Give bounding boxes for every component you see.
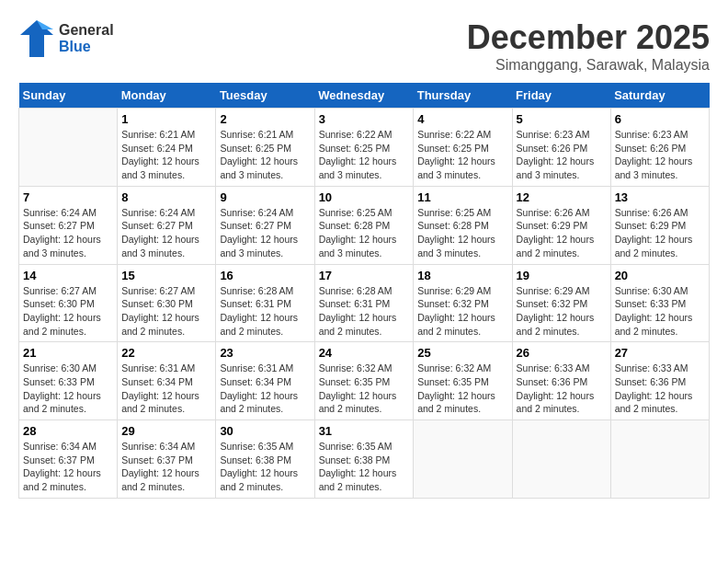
- calendar-week-row: 7Sunrise: 6:24 AM Sunset: 6:27 PM Daylig…: [19, 186, 710, 264]
- calendar-cell: 10Sunrise: 6:25 AM Sunset: 6:28 PM Dayli…: [314, 186, 414, 264]
- calendar-cell: 4Sunrise: 6:22 AM Sunset: 6:25 PM Daylig…: [414, 109, 512, 187]
- day-number: 7: [23, 190, 113, 204]
- day-header-wednesday: Wednesday: [314, 83, 414, 109]
- day-number: 28: [23, 424, 113, 438]
- day-info: Sunrise: 6:35 AM Sunset: 6:38 PM Dayligh…: [220, 440, 310, 494]
- logo: General Blue: [18, 18, 114, 59]
- day-number: 10: [319, 190, 410, 204]
- calendar-cell: 27Sunrise: 6:33 AM Sunset: 6:36 PM Dayli…: [610, 342, 709, 420]
- day-number: 8: [121, 190, 211, 204]
- calendar-cell: 5Sunrise: 6:23 AM Sunset: 6:26 PM Daylig…: [512, 109, 610, 187]
- calendar-week-row: 1Sunrise: 6:21 AM Sunset: 6:24 PM Daylig…: [19, 109, 710, 187]
- day-info: Sunrise: 6:24 AM Sunset: 6:27 PM Dayligh…: [23, 206, 113, 260]
- calendar-cell: 16Sunrise: 6:28 AM Sunset: 6:31 PM Dayli…: [216, 264, 314, 342]
- calendar-cell: 2Sunrise: 6:21 AM Sunset: 6:25 PM Daylig…: [216, 109, 314, 187]
- svg-marker-0: [20, 20, 53, 57]
- logo-general-text: General: [59, 22, 114, 39]
- page-header: General Blue December 2025 Simanggang, S…: [18, 18, 710, 74]
- calendar-table: SundayMondayTuesdayWednesdayThursdayFrid…: [18, 83, 710, 499]
- calendar-cell: 30Sunrise: 6:35 AM Sunset: 6:38 PM Dayli…: [216, 420, 314, 499]
- day-info: Sunrise: 6:34 AM Sunset: 6:37 PM Dayligh…: [23, 440, 113, 494]
- day-info: Sunrise: 6:21 AM Sunset: 6:24 PM Dayligh…: [121, 128, 211, 182]
- day-number: 25: [417, 346, 507, 360]
- day-info: Sunrise: 6:32 AM Sunset: 6:35 PM Dayligh…: [417, 362, 507, 416]
- calendar-cell: 18Sunrise: 6:29 AM Sunset: 6:32 PM Dayli…: [414, 264, 512, 342]
- day-info: Sunrise: 6:24 AM Sunset: 6:27 PM Dayligh…: [220, 206, 310, 260]
- calendar-cell: 11Sunrise: 6:25 AM Sunset: 6:28 PM Dayli…: [414, 186, 512, 264]
- calendar-week-row: 21Sunrise: 6:30 AM Sunset: 6:33 PM Dayli…: [19, 342, 710, 420]
- day-number: 16: [220, 269, 310, 282]
- calendar-cell: 17Sunrise: 6:28 AM Sunset: 6:31 PM Dayli…: [314, 264, 414, 342]
- calendar-cell: 19Sunrise: 6:29 AM Sunset: 6:32 PM Dayli…: [512, 264, 610, 342]
- title-block: December 2025 Simanggang, Sarawak, Malay…: [467, 18, 710, 74]
- day-number: 6: [615, 112, 705, 126]
- day-number: 15: [121, 269, 211, 282]
- day-info: Sunrise: 6:23 AM Sunset: 6:26 PM Dayligh…: [615, 128, 705, 182]
- day-info: Sunrise: 6:32 AM Sunset: 6:35 PM Dayligh…: [319, 362, 410, 416]
- calendar-cell: 6Sunrise: 6:23 AM Sunset: 6:26 PM Daylig…: [610, 109, 709, 187]
- day-number: 12: [517, 190, 607, 204]
- day-info: Sunrise: 6:22 AM Sunset: 6:25 PM Dayligh…: [417, 128, 507, 182]
- calendar-cell: 1Sunrise: 6:21 AM Sunset: 6:24 PM Daylig…: [118, 109, 216, 187]
- day-header-thursday: Thursday: [414, 83, 512, 109]
- day-info: Sunrise: 6:35 AM Sunset: 6:38 PM Dayligh…: [319, 440, 410, 494]
- day-number: 9: [220, 190, 310, 204]
- day-number: 27: [615, 346, 705, 360]
- day-header-tuesday: Tuesday: [216, 83, 314, 109]
- calendar-cell: 7Sunrise: 6:24 AM Sunset: 6:27 PM Daylig…: [19, 186, 118, 264]
- calendar-cell: 8Sunrise: 6:24 AM Sunset: 6:27 PM Daylig…: [118, 186, 216, 264]
- day-header-friday: Friday: [512, 83, 610, 109]
- calendar-cell: 26Sunrise: 6:33 AM Sunset: 6:36 PM Dayli…: [512, 342, 610, 420]
- day-number: 3: [319, 112, 410, 126]
- day-info: Sunrise: 6:31 AM Sunset: 6:34 PM Dayligh…: [121, 362, 211, 416]
- day-number: 20: [615, 269, 705, 282]
- day-info: Sunrise: 6:28 AM Sunset: 6:31 PM Dayligh…: [319, 284, 410, 339]
- day-info: Sunrise: 6:25 AM Sunset: 6:28 PM Dayligh…: [417, 206, 507, 260]
- calendar-cell: 14Sunrise: 6:27 AM Sunset: 6:30 PM Dayli…: [19, 264, 118, 342]
- day-info: Sunrise: 6:24 AM Sunset: 6:27 PM Dayligh…: [121, 206, 211, 260]
- calendar-header-row: SundayMondayTuesdayWednesdayThursdayFrid…: [19, 83, 710, 109]
- day-number: 14: [23, 269, 113, 282]
- day-number: 2: [220, 112, 310, 126]
- day-number: 11: [417, 190, 507, 204]
- day-number: 23: [220, 346, 310, 360]
- day-info: Sunrise: 6:25 AM Sunset: 6:28 PM Dayligh…: [319, 206, 410, 260]
- day-header-sunday: Sunday: [19, 83, 118, 109]
- day-info: Sunrise: 6:27 AM Sunset: 6:30 PM Dayligh…: [121, 284, 211, 339]
- day-info: Sunrise: 6:27 AM Sunset: 6:30 PM Dayligh…: [23, 284, 113, 339]
- month-title: December 2025: [467, 18, 710, 57]
- calendar-cell: 22Sunrise: 6:31 AM Sunset: 6:34 PM Dayli…: [118, 342, 216, 420]
- day-info: Sunrise: 6:28 AM Sunset: 6:31 PM Dayligh…: [220, 284, 310, 339]
- calendar-cell: 21Sunrise: 6:30 AM Sunset: 6:33 PM Dayli…: [19, 342, 118, 420]
- calendar-cell: 23Sunrise: 6:31 AM Sunset: 6:34 PM Dayli…: [216, 342, 314, 420]
- day-number: 29: [121, 424, 211, 438]
- day-info: Sunrise: 6:30 AM Sunset: 6:33 PM Dayligh…: [615, 284, 705, 339]
- day-info: Sunrise: 6:22 AM Sunset: 6:25 PM Dayligh…: [319, 128, 410, 182]
- day-number: 24: [319, 346, 410, 360]
- day-number: 13: [615, 190, 705, 204]
- day-number: 5: [517, 112, 607, 126]
- day-info: Sunrise: 6:33 AM Sunset: 6:36 PM Dayligh…: [517, 362, 607, 416]
- day-number: 21: [23, 346, 113, 360]
- day-number: 31: [319, 424, 410, 438]
- calendar-cell: 15Sunrise: 6:27 AM Sunset: 6:30 PM Dayli…: [118, 264, 216, 342]
- calendar-week-row: 28Sunrise: 6:34 AM Sunset: 6:37 PM Dayli…: [19, 420, 710, 499]
- day-info: Sunrise: 6:26 AM Sunset: 6:29 PM Dayligh…: [615, 206, 705, 260]
- logo-text: General Blue: [59, 22, 114, 54]
- day-info: Sunrise: 6:26 AM Sunset: 6:29 PM Dayligh…: [517, 206, 607, 260]
- calendar-cell: [414, 420, 512, 499]
- day-info: Sunrise: 6:34 AM Sunset: 6:37 PM Dayligh…: [121, 440, 211, 494]
- calendar-cell: 20Sunrise: 6:30 AM Sunset: 6:33 PM Dayli…: [610, 264, 709, 342]
- day-header-saturday: Saturday: [610, 83, 709, 109]
- day-info: Sunrise: 6:29 AM Sunset: 6:32 PM Dayligh…: [517, 284, 607, 339]
- calendar-cell: 29Sunrise: 6:34 AM Sunset: 6:37 PM Dayli…: [118, 420, 216, 499]
- calendar-cell: 31Sunrise: 6:35 AM Sunset: 6:38 PM Dayli…: [314, 420, 414, 499]
- calendar-cell: [610, 420, 709, 499]
- day-number: 4: [417, 112, 507, 126]
- day-number: 18: [417, 269, 507, 282]
- calendar-cell: 13Sunrise: 6:26 AM Sunset: 6:29 PM Dayli…: [610, 186, 709, 264]
- calendar-cell: [19, 109, 118, 187]
- day-header-monday: Monday: [118, 83, 216, 109]
- calendar-cell: [512, 420, 610, 499]
- day-info: Sunrise: 6:23 AM Sunset: 6:26 PM Dayligh…: [517, 128, 607, 182]
